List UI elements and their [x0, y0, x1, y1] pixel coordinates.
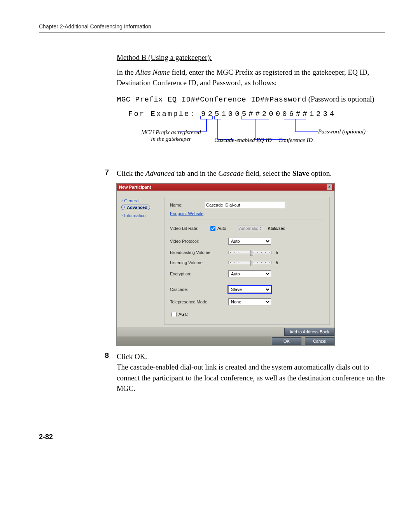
new-participant-dialog: New Participant × ›General ›Advanced ›In…: [117, 184, 334, 346]
method-b-intro: In the Alias Name field, enter the MGC P…: [117, 67, 385, 88]
video-protocol-select[interactable]: Auto: [228, 238, 271, 245]
dialog-nav: ›General ›Advanced ›Information: [121, 197, 164, 325]
section-divider: [170, 219, 324, 219]
bitrate-display: Automatic ▴▾: [238, 226, 264, 231]
dialog-title: New Participant: [119, 185, 151, 189]
encryption-select[interactable]: Auto: [228, 270, 271, 277]
chevron-right-icon: ›: [121, 213, 122, 217]
broadcasting-slider[interactable]: [228, 251, 272, 254]
encryption-label: Encryption:: [170, 272, 228, 276]
chapter-header: Chapter 2-Additional Conferencing Inform…: [39, 23, 385, 30]
cascade-select[interactable]: Slave: [228, 286, 271, 293]
listening-value: 5: [276, 260, 278, 265]
name-input[interactable]: [205, 202, 285, 208]
telepresence-label: Telepresence Mode:: [170, 300, 228, 304]
page-number: 2-82: [39, 433, 385, 441]
nav-advanced[interactable]: ›Advanced: [121, 205, 150, 210]
dialog-titlebar: New Participant ×: [117, 184, 334, 191]
ok-button[interactable]: OK: [272, 337, 301, 345]
listening-volume-label: Listening Volume:: [170, 260, 228, 265]
auto-checkbox-label: Auto: [217, 226, 226, 231]
nav-general[interactable]: ›General: [121, 198, 164, 203]
method-b-code: MGC Prefix EQ ID##Conference ID##Passwor…: [117, 94, 385, 105]
telepresence-select[interactable]: None: [228, 298, 271, 305]
step-8-number: 8: [39, 351, 117, 394]
video-bit-rate-label: Video Bit Rate:: [170, 226, 209, 231]
label-mcu-prefix: MCU Prefix as registered in the gatekeep…: [140, 129, 202, 142]
example-diagram: MCU Prefix as registered in the gatekeep…: [117, 118, 385, 161]
chevron-right-icon: ›: [124, 205, 125, 209]
broadcasting-volume-label: Broadcasting Volume:: [170, 250, 228, 255]
nav-information[interactable]: ›Information: [121, 213, 164, 218]
label-password: Password (optional): [303, 128, 366, 135]
endpoint-website-link[interactable]: Endpoint Website: [170, 211, 203, 216]
kbits-label: Kbits/sec: [268, 226, 285, 231]
dialog-form: Name: Endpoint Website Video Bit Rate: A…: [164, 197, 330, 325]
step-7-text: Click the Advanced tab and in the Cascad…: [117, 168, 385, 179]
agc-label: AGC: [178, 312, 188, 317]
spinner-icon: ▴▾: [259, 226, 263, 231]
cascade-label: Cascade:: [170, 287, 228, 292]
step-7-number: 7: [39, 168, 117, 179]
header-rule: [39, 32, 385, 33]
broadcasting-value: 5: [276, 250, 278, 255]
chevron-right-icon: ›: [121, 198, 122, 203]
step-8-text: Click OK. The cascade-enabled dial-out l…: [117, 351, 385, 394]
listening-slider[interactable]: [228, 261, 272, 264]
method-b-title: Method B (Using a gatekeeper):: [117, 52, 385, 63]
add-to-address-book-button[interactable]: Add to Address Book: [284, 328, 334, 336]
agc-checkbox[interactable]: [172, 312, 177, 317]
label-conf-id: Conference ID: [272, 137, 319, 144]
video-protocol-label: Video Protocol:: [170, 239, 228, 243]
label-cascade-eq: Cascade-enabled EQ ID: [214, 137, 272, 144]
auto-checkbox[interactable]: [210, 226, 215, 231]
name-label: Name:: [170, 203, 205, 207]
cancel-button[interactable]: Cancel: [305, 337, 334, 345]
close-icon[interactable]: ×: [327, 184, 332, 190]
